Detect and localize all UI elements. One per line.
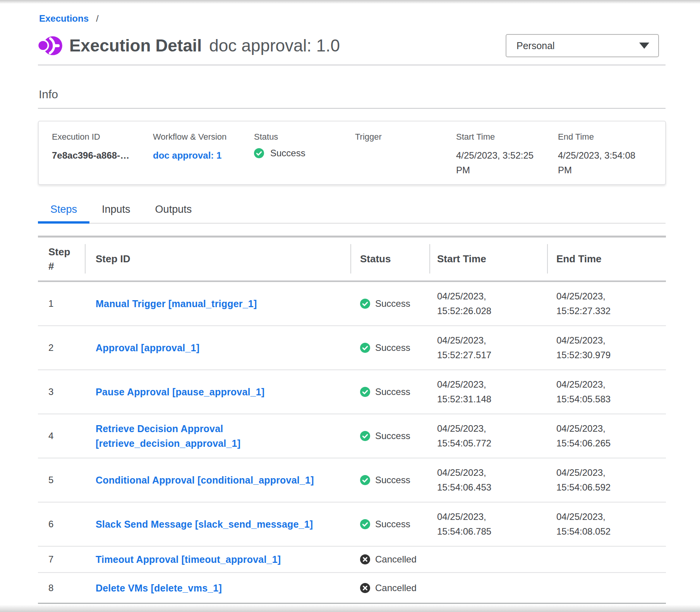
page-title: Execution Detaildoc approval: 1.0 — [69, 36, 340, 55]
cell-step-id: Retrieve Decision Approval [retrieve_dec… — [85, 414, 351, 458]
cell-step-number: 3 — [38, 370, 85, 414]
cell-status: Success — [351, 458, 430, 502]
step-id-link[interactable]: Manual Trigger [manual_trigger_1] — [96, 296, 257, 311]
cell-end-time: 04/25/2023,15:54:06.592 — [547, 458, 666, 502]
cell-step-id: Pause Approval [pause_approval_1] — [85, 370, 351, 414]
detail-tabs: Steps Inputs Outputs — [38, 196, 666, 224]
cell-step-id: Approval [approval_1] — [85, 326, 351, 369]
page-header: Execution Detaildoc approval: 1.0 — [38, 36, 340, 55]
cell-step-id: Manual Trigger [manual_trigger_1] — [85, 282, 351, 325]
info-label: Execution ID — [52, 132, 153, 142]
column-separator — [547, 244, 548, 274]
table-row: 3 Pause Approval [pause_approval_1] Succ… — [38, 370, 666, 414]
info-label: Trigger — [355, 132, 456, 142]
status-label: Success — [375, 431, 410, 441]
cell-start-time: 04/25/2023,15:52:27.517 — [430, 326, 547, 369]
step-id-link[interactable]: Pause Approval [pause_approval_1] — [96, 385, 264, 399]
active-tab-indicator — [38, 221, 89, 224]
cell-step-number: 1 — [38, 282, 85, 325]
table-row: 8 Delete VMs [delete_vms_1] Cancelled — [38, 573, 666, 603]
info-field-execution-id: Execution ID 7e8ac396-a868-… — [52, 132, 153, 184]
cell-end-time: 04/25/2023,15:54:06.265 — [547, 414, 666, 458]
cell-step-number: 7 — [38, 547, 85, 572]
cell-step-number: 8 — [38, 573, 85, 603]
cell-step-id: Conditional Approval [conditional_approv… — [85, 458, 351, 502]
info-label: Status — [254, 132, 355, 142]
info-field-workflow-version: Workflow & Version doc approval: 1 — [153, 132, 254, 184]
info-field-end-time: End Time 4/25/2023, 3:54:08 PM — [558, 132, 665, 184]
bottom-edge-shadow — [0, 605, 700, 612]
column-header-end-time: End Time — [547, 238, 666, 280]
column-separator — [85, 244, 86, 274]
check-circle-icon — [254, 148, 264, 158]
step-id-link[interactable]: Delete VMs [delete_vms_1] — [96, 581, 222, 595]
workflow-version-link[interactable]: doc approval: 1 — [153, 150, 221, 161]
cell-status: Success — [351, 282, 430, 325]
cell-status: Cancelled — [351, 547, 430, 572]
cell-status: Success — [351, 370, 430, 414]
workspace-select-value: Personal — [516, 40, 555, 51]
cell-start-time: 04/25/2023,15:52:31.148 — [430, 370, 547, 414]
workspace-select[interactable]: Personal — [506, 34, 659, 57]
cell-end-time — [547, 573, 666, 603]
step-id-link[interactable]: Timeout Approval [timeout_approval_1] — [96, 552, 281, 567]
cell-status: Success — [351, 326, 430, 369]
status-label: Cancelled — [375, 583, 417, 593]
start-time-line2: PM — [456, 163, 558, 178]
cell-step-number: 5 — [38, 458, 85, 502]
cell-start-time: 04/25/2023,15:54:05.772 — [430, 414, 547, 458]
table-row: 5 Conditional Approval [conditional_appr… — [38, 458, 666, 503]
info-field-status: Status Success — [254, 132, 355, 184]
status-label: Success — [375, 298, 410, 309]
step-id-link[interactable]: Approval [approval_1] — [96, 340, 199, 355]
status-label: Success — [375, 342, 410, 353]
info-label: Start Time — [456, 132, 558, 142]
step-id-link[interactable]: Conditional Approval [conditional_approv… — [96, 473, 314, 487]
chevron-down-icon — [639, 43, 649, 49]
check-circle-icon — [360, 299, 370, 309]
cell-end-time — [547, 547, 666, 572]
column-header-step-no: Step # — [38, 238, 85, 280]
cell-step-number: 4 — [38, 414, 85, 458]
info-card: Execution ID 7e8ac396-a868-… Workflow & … — [38, 121, 666, 185]
top-edge-shadow — [0, 0, 700, 4]
column-header-step-id: Step ID — [85, 238, 351, 280]
cell-status: Success — [351, 414, 430, 458]
tab-inputs[interactable]: Inputs — [89, 196, 143, 223]
cell-step-number: 6 — [38, 503, 85, 546]
step-id-link[interactable]: Retrieve Decision Approval [retrieve_dec… — [96, 421, 341, 451]
cell-end-time: 04/25/2023,15:54:05.583 — [547, 370, 666, 414]
steps-table: Step # Step ID Status Start Time End Tim… — [38, 236, 666, 604]
step-id-link[interactable]: Slack Send Message [slack_send_message_1… — [96, 517, 313, 532]
tab-steps[interactable]: Steps — [38, 196, 89, 223]
start-time-value: 4/25/2023, 3:52:25 PM — [456, 148, 558, 178]
table-row: 2 Approval [approval_1] Success 04/25/20… — [38, 326, 666, 370]
cell-start-time — [430, 573, 547, 603]
check-circle-icon — [360, 475, 370, 485]
breadcrumb-separator: / — [96, 13, 99, 24]
workflow-logo-icon — [38, 36, 62, 55]
cell-end-time: 04/25/2023,15:52:27.332 — [547, 282, 666, 325]
status-label: Cancelled — [375, 554, 417, 565]
check-circle-icon — [360, 387, 370, 397]
cell-status: Cancelled — [351, 573, 430, 603]
table-row: 1 Manual Trigger [manual_trigger_1] Succ… — [38, 282, 666, 326]
column-separator — [429, 244, 430, 274]
column-separator — [350, 244, 351, 274]
breadcrumb-executions-link[interactable]: Executions — [39, 13, 89, 24]
cell-status: Success — [351, 503, 430, 546]
status-badge: Success — [254, 148, 355, 159]
info-section-heading: Info — [39, 87, 58, 101]
cancel-circle-icon — [360, 583, 370, 593]
cell-end-time: 04/25/2023,15:54:08.052 — [547, 503, 666, 546]
tab-outputs[interactable]: Outputs — [143, 196, 204, 223]
table-body: 1 Manual Trigger [manual_trigger_1] Succ… — [38, 282, 666, 604]
info-label: End Time — [558, 132, 665, 142]
info-label: Workflow & Version — [153, 132, 254, 142]
column-header-start-time: Start Time — [430, 238, 547, 280]
status-label: Success — [270, 148, 305, 159]
table-row: 6 Slack Send Message [slack_send_message… — [38, 503, 666, 547]
cell-start-time: 04/25/2023,15:54:06.453 — [430, 458, 547, 502]
cell-step-id: Timeout Approval [timeout_approval_1] — [85, 547, 351, 572]
cell-end-time: 04/25/2023,15:52:30.979 — [547, 326, 666, 369]
